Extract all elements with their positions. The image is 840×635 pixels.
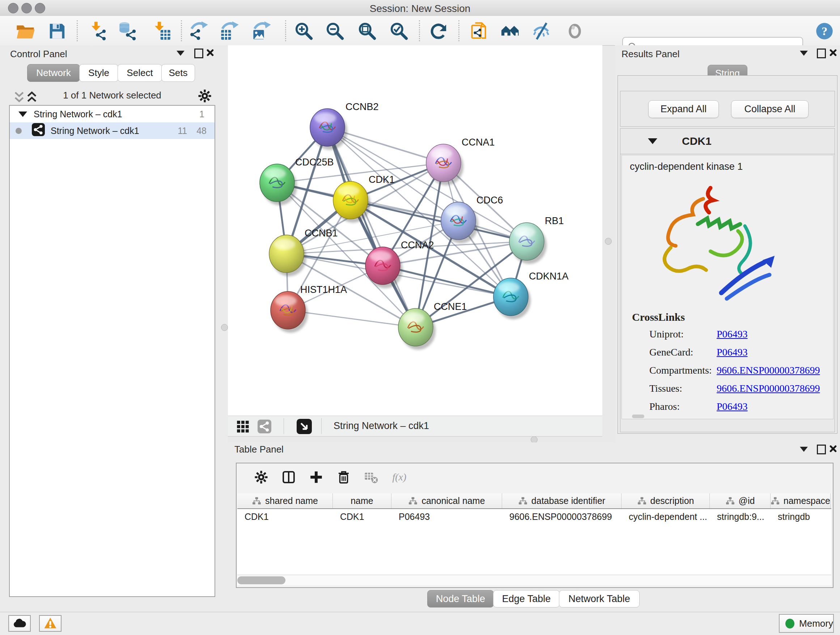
column-header-database-identifier[interactable]: database identifier [502, 494, 622, 508]
cell[interactable]: CDK1 [333, 509, 392, 524]
crosslink-link[interactable]: P06493 [717, 328, 748, 340]
memory-button[interactable]: Memory [779, 614, 834, 633]
cloud-button[interactable] [8, 615, 31, 632]
panel-float-icon[interactable] [817, 49, 826, 58]
export-image-icon [252, 21, 272, 41]
column-header-description[interactable]: description [622, 494, 710, 508]
open-in-new-window-icon[interactable] [297, 419, 312, 435]
table-row[interactable]: CDK1CDK1P064939606.ENSP00000378699cyclin… [237, 509, 831, 524]
panel-float-icon[interactable] [817, 445, 826, 454]
table-hscrollbar[interactable] [237, 575, 831, 585]
open-session-button[interactable] [15, 21, 35, 41]
network-canvas[interactable]: CCNB2 CCNA1 CDC25B CDK1 CDC6 [228, 45, 602, 416]
string-document-button[interactable] [470, 21, 490, 41]
string-network-gray-icon[interactable] [257, 420, 271, 435]
panel-close-icon[interactable] [829, 49, 837, 57]
tab-edge-table[interactable]: Edge Table [493, 590, 560, 608]
results-scrollbar-thumb[interactable] [632, 415, 644, 418]
save-session-button[interactable] [47, 21, 67, 41]
crosslink-link[interactable]: 9606.ENSP00000378699 [717, 364, 820, 376]
tab-network-table[interactable]: Network Table [559, 590, 639, 608]
table-columns-button[interactable] [280, 469, 297, 486]
cell[interactable]: 9606.ENSP00000378699 [502, 509, 622, 524]
tab-network[interactable]: Network [27, 64, 80, 82]
node-CCNA2[interactable] [365, 247, 403, 288]
help-button[interactable]: ? [814, 21, 835, 41]
column-header-canonical-name[interactable]: canonical name [392, 494, 502, 508]
crosslink-link[interactable]: P06493 [717, 347, 748, 358]
current-network-name: String Network – cdk1 [333, 420, 429, 432]
gene-section: CDK1 cyclin-dependent kinase 1 CrossLink… [620, 128, 835, 432]
cell[interactable]: cyclin-dependent ... [622, 509, 710, 524]
cell[interactable]: CDK1 [237, 509, 333, 524]
expand-all-button[interactable]: Expand All [648, 100, 719, 118]
section-expander-icon[interactable] [648, 138, 657, 144]
tab-sets[interactable]: Sets [161, 64, 195, 82]
zoom-out-button[interactable] [325, 21, 345, 41]
crosslink-link[interactable]: P06493 [717, 401, 748, 412]
node-CCNB2[interactable] [310, 109, 347, 150]
crosslink-link[interactable]: 9606.ENSP00000378699 [717, 383, 820, 394]
table-gear-button[interactable] [253, 469, 270, 486]
network-row-selected[interactable]: String Network – cdk1 11 48 [10, 122, 215, 139]
table-hscrollbar-thumb[interactable] [237, 576, 286, 584]
panel-close-icon[interactable] [829, 445, 837, 453]
column-header-shared-name[interactable]: shared name [237, 494, 333, 508]
panel-float-icon[interactable] [194, 49, 203, 58]
export-table-button[interactable] [219, 21, 240, 41]
main-toolbar: ? [0, 16, 840, 46]
edge-CCNB2-CCNE1[interactable] [327, 127, 416, 327]
tab-node-table[interactable]: Node Table [427, 590, 494, 608]
import-network-from-database-button[interactable] [118, 21, 138, 41]
table-delete-button[interactable] [335, 469, 352, 486]
node-CDKN1A[interactable] [493, 278, 531, 319]
collapse-all-icon[interactable] [13, 90, 26, 106]
warnings-button[interactable] [39, 615, 62, 632]
zoom-selected-button[interactable] [389, 21, 409, 41]
add-icon [309, 470, 324, 485]
cell[interactable]: P06493 [392, 509, 502, 524]
home-button[interactable] [500, 21, 521, 41]
table-add-button[interactable] [308, 469, 325, 486]
tab-select[interactable]: Select [118, 64, 162, 82]
node-table[interactable]: shared name name canonical name database… [237, 494, 831, 574]
panel-menu-icon[interactable] [800, 51, 808, 56]
panel-menu-icon[interactable] [177, 51, 185, 56]
column-header-namespace[interactable]: namespace [771, 494, 831, 508]
panel-close-icon[interactable] [206, 49, 214, 57]
crosslinks-title: CrossLinks [632, 311, 685, 323]
node-CCNE1[interactable] [398, 309, 436, 350]
cell[interactable]: stringdb [771, 509, 831, 524]
node-CDK1[interactable] [333, 181, 370, 223]
column-header-name[interactable]: name [333, 494, 392, 508]
network-options-gear-icon[interactable] [197, 88, 212, 105]
gene-section-header[interactable]: CDK1 [621, 128, 835, 154]
panel-menu-icon[interactable] [800, 447, 808, 452]
hide-graphics-details-button[interactable] [531, 21, 551, 41]
expand-all-icon[interactable] [25, 90, 38, 106]
node-RB1[interactable] [509, 223, 546, 264]
node-HIST1H1A[interactable] [271, 291, 308, 333]
collapse-all-button[interactable]: Collapse All [731, 100, 808, 118]
column-header--id[interactable]: @id [710, 494, 771, 508]
toolbar-separator [321, 418, 322, 434]
zoom-in-button[interactable] [294, 21, 314, 41]
export-network-button[interactable] [189, 21, 209, 41]
show-graphics-details-button[interactable] [565, 21, 585, 41]
tab-style[interactable]: Style [79, 64, 118, 82]
node-CCNA1[interactable] [426, 144, 463, 185]
node-count: 11 [178, 126, 187, 136]
zoom-fit-button[interactable] [357, 21, 377, 41]
collection-expander-icon[interactable] [19, 111, 27, 117]
birdseye-grid-icon[interactable] [236, 420, 249, 435]
cell[interactable]: stringdb:9... [710, 509, 771, 524]
import-table-from-file-button[interactable] [151, 21, 172, 41]
toolbar-separator [77, 20, 78, 41]
export-image-button[interactable] [252, 21, 272, 41]
right-splitter-handle[interactable] [605, 238, 612, 245]
node-CDC25B[interactable] [260, 164, 297, 205]
left-splitter-handle[interactable] [221, 324, 228, 331]
refresh-layout-button[interactable] [429, 21, 449, 41]
import-network-from-file-button[interactable] [88, 21, 108, 41]
network-collection-row[interactable]: String Network – cdk1 1 [10, 106, 215, 122]
